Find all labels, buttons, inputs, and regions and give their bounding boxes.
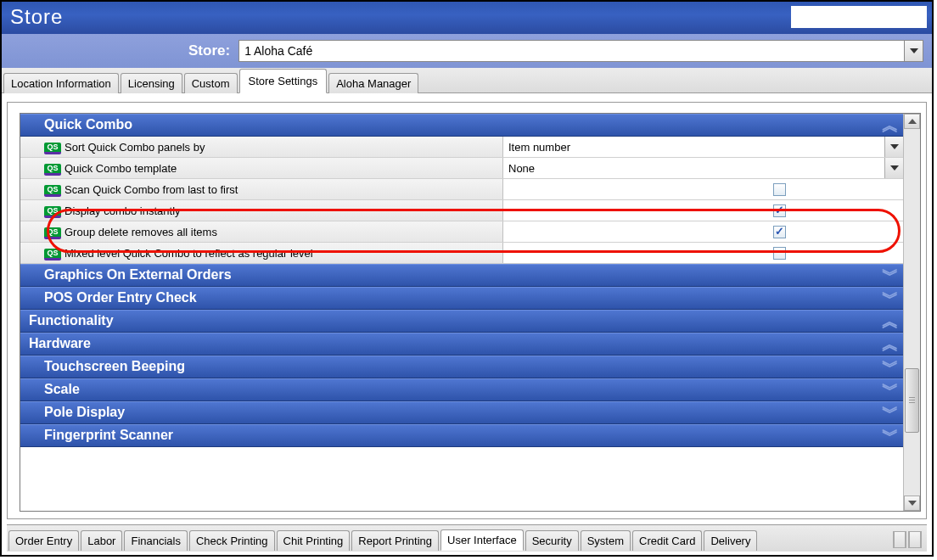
section-header-pole-display[interactable]: Pole Display︾ (20, 401, 903, 424)
scroll-down-button[interactable] (904, 496, 920, 511)
checkbox[interactable] (773, 226, 786, 238)
property-label: QSDisplay combo instantly (44, 200, 502, 221)
chevron-down-icon (890, 144, 899, 149)
chevron-right-icon (909, 531, 921, 548)
qs-icon: QS (44, 206, 61, 218)
bottom-tab-financials[interactable]: Financials (124, 530, 188, 551)
title-search-input[interactable] (791, 6, 927, 28)
bottom-tab-report-printing[interactable]: Report Printing (351, 530, 439, 551)
property-checkbox[interactable] (502, 221, 903, 242)
top-tab-location-information[interactable]: Location Information (3, 73, 119, 93)
dropdown-button[interactable] (884, 158, 903, 178)
scroll-up-button[interactable] (904, 114, 920, 129)
qs-icon: QS (44, 249, 61, 260)
section-header-quick-combo[interactable]: Quick Combo︽ (20, 114, 903, 137)
property-label: QSScan Quick Combo from last to first (44, 179, 502, 199)
bottom-tab-chit-printing[interactable]: Chit Printing (277, 530, 351, 551)
vertical-scrollbar[interactable] (903, 114, 920, 511)
property-row: QSGroup delete removes all items (20, 221, 903, 243)
section-header-hardware[interactable]: Hardware︽ (20, 333, 903, 356)
section-header-touchscreen-beeping[interactable]: Touchscreen Beeping︾ (20, 356, 903, 378)
property-checkbox[interactable] (502, 243, 903, 263)
store-dropdown-button[interactable] (904, 41, 923, 61)
expand-icon: ︾ (882, 386, 896, 393)
checkbox[interactable] (773, 204, 786, 217)
property-label: QSQuick Combo template (44, 158, 502, 178)
store-value: 1 Aloha Café (244, 44, 312, 58)
top-tab-aloha-manager[interactable]: Aloha Manager (328, 73, 418, 93)
expand-icon: ︾ (882, 272, 896, 278)
chevron-up-icon (908, 119, 917, 124)
property-checkbox[interactable] (502, 179, 903, 199)
bottom-tab-check-printing[interactable]: Check Printing (189, 530, 275, 551)
dropdown-value: None (508, 162, 535, 175)
collapse-icon: ︽ (882, 317, 896, 324)
dropdown-button[interactable] (884, 137, 903, 157)
section-title: POS Order Entry Check (44, 290, 197, 305)
property-row: QSDisplay combo instantly (20, 200, 903, 221)
tab-scroll-right[interactable] (908, 531, 922, 548)
section-title: Pole Display (44, 405, 125, 420)
chevron-down-icon (910, 48, 918, 53)
bottom-tab-order-entry[interactable]: Order Entry (8, 530, 79, 551)
properties-panel: Quick Combo︽QSSort Quick Combo panels by… (20, 113, 921, 512)
store-label: Store: (188, 42, 230, 59)
section-title: Scale (44, 382, 80, 397)
top-tab-store-settings[interactable]: Store Settings (239, 69, 328, 93)
bottom-tab-system[interactable]: System (581, 530, 631, 551)
expand-icon: ︾ (882, 363, 896, 370)
bottom-tab-security[interactable]: Security (525, 530, 579, 551)
bottom-tab-user-interface[interactable]: User Interface (440, 529, 524, 551)
property-row: QSSort Quick Combo panels byItem number (20, 137, 903, 158)
window-title: Store (10, 5, 63, 29)
dropdown-value: Item number (508, 141, 570, 154)
section-header-graphics-on-external-orders[interactable]: Graphics On External Orders︾ (20, 264, 903, 287)
property-row: QSScan Quick Combo from last to first (20, 179, 903, 200)
tab-nav-arrows (893, 531, 925, 548)
qs-icon: QS (44, 185, 61, 197)
section-title: Graphics On External Orders (44, 267, 232, 283)
expand-icon: ︾ (882, 409, 896, 416)
properties-rows: Quick Combo︽QSSort Quick Combo panels by… (20, 114, 903, 511)
scroll-thumb[interactable] (905, 368, 919, 433)
property-label-text: Display combo instantly (65, 204, 181, 217)
chevron-down-icon (890, 165, 899, 171)
property-checkbox[interactable] (502, 200, 903, 221)
property-label-text: Sort Quick Combo panels by (65, 141, 205, 154)
collapse-icon: ︽ (882, 121, 896, 128)
section-header-pos-order-entry-check[interactable]: POS Order Entry Check︾ (20, 287, 903, 310)
qs-icon: QS (44, 227, 61, 239)
store-window: Store Store: 1 Aloha Café Location Infor… (0, 0, 934, 557)
top-tab-custom[interactable]: Custom (184, 73, 238, 93)
tab-scroll-left[interactable] (893, 531, 906, 548)
expand-icon: ︾ (882, 294, 896, 301)
property-row: QSMixed level Quick Combo to reflect as … (20, 243, 903, 264)
bottom-tab-labor[interactable]: Labor (81, 530, 122, 551)
checkbox[interactable] (773, 247, 786, 260)
property-label-text: Scan Quick Combo from last to first (65, 183, 238, 196)
property-label: QSMixed level Quick Combo to reflect as … (44, 243, 502, 263)
property-label-text: Group delete removes all items (65, 226, 217, 238)
property-dropdown[interactable]: Item number (502, 137, 903, 157)
bottom-tab-delivery[interactable]: Delivery (704, 530, 757, 551)
bottom-tabs: Order EntryLaborFinancialsCheck Printing… (7, 524, 927, 552)
qs-icon: QS (44, 164, 61, 176)
property-label-text: Quick Combo template (65, 162, 177, 175)
property-label: QSGroup delete removes all items (44, 221, 502, 242)
section-header-functionality[interactable]: Functionality︽ (20, 310, 903, 333)
section-title: Hardware (29, 336, 91, 351)
titlebar: Store (2, 2, 932, 34)
property-dropdown[interactable]: None (502, 158, 903, 178)
top-tab-licensing[interactable]: Licensing (121, 73, 182, 93)
store-dropdown[interactable]: 1 Aloha Café (238, 40, 923, 62)
property-label-text: Mixed level Quick Combo to reflect as re… (65, 247, 313, 260)
section-header-scale[interactable]: Scale︾ (20, 378, 903, 401)
top-tabs: Location InformationLicensingCustomStore… (2, 68, 932, 93)
bottom-tab-credit-card[interactable]: Credit Card (632, 530, 702, 551)
collapse-icon: ︽ (882, 340, 896, 347)
chevron-down-icon (908, 501, 917, 506)
checkbox[interactable] (773, 183, 786, 196)
section-title: Quick Combo (44, 117, 132, 132)
qs-icon: QS (44, 143, 61, 154)
section-header-fingerprint-scanner[interactable]: Fingerprint Scanner︾ (20, 424, 903, 447)
